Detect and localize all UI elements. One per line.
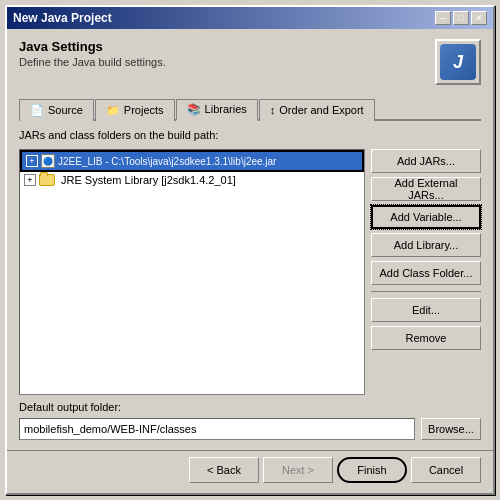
output-section: Default output folder: Browse... [19, 401, 481, 440]
tab-projects-label: Projects [124, 104, 164, 116]
java-logo-icon: J [440, 44, 476, 80]
tree-item-jre-label: JRE System Library [j2sdk1.4.2_01] [61, 174, 236, 186]
tree-item-jre: + JRE System Library [j2sdk1.4.2_01] [24, 174, 236, 186]
tab-source[interactable]: 📄 Source [19, 99, 94, 121]
header-section: Java Settings Define the Java build sett… [19, 39, 481, 85]
browse-button[interactable]: Browse... [421, 418, 481, 440]
new-java-project-dialog: New Java Project ─ □ ✕ Java Settings Def… [5, 5, 495, 495]
button-separator [371, 291, 481, 292]
tab-libraries[interactable]: 📚 Libraries [176, 99, 258, 121]
build-path-tree[interactable]: + 🔵 J2EE_LIB - C:\Tools\java\j2sdkee1.3.… [19, 149, 365, 395]
tree-item-j2ee-label: J2EE_LIB - C:\Tools\java\j2sdkee1.3.1\li… [58, 156, 276, 167]
order-export-tab-icon: ↕ [270, 104, 276, 116]
tabs-container: 📄 Source 📁 Projects 📚 Libraries ↕ Order … [19, 97, 481, 121]
output-label: Default output folder: [19, 401, 481, 413]
dialog-footer: < Back Next > Finish Cancel [7, 450, 493, 493]
tab-libraries-label: Libraries [205, 103, 247, 115]
add-library-button[interactable]: Add Library... [371, 233, 481, 257]
maximize-button[interactable]: □ [453, 11, 469, 25]
add-external-jars-button[interactable]: Add External JARs... [371, 177, 481, 201]
header-title: Java Settings [19, 39, 166, 54]
dialog-title: New Java Project [13, 11, 112, 25]
edit-button[interactable]: Edit... [371, 298, 481, 322]
cancel-button[interactable]: Cancel [411, 457, 481, 483]
tab-order-export[interactable]: ↕ Order and Export [259, 99, 375, 121]
dialog-body: Java Settings Define the Java build sett… [7, 29, 493, 448]
output-folder-input[interactable] [19, 418, 415, 440]
title-bar: New Java Project ─ □ ✕ [7, 7, 493, 29]
add-jars-button[interactable]: Add JARs... [371, 149, 481, 173]
tree-toggle-j2ee[interactable]: + [26, 155, 38, 167]
tree-item-j2ee: + 🔵 J2EE_LIB - C:\Tools\java\j2sdkee1.3.… [26, 154, 276, 168]
projects-tab-icon: 📁 [106, 104, 120, 117]
content-area: JARs and class folders on the build path… [19, 129, 481, 440]
libraries-tab-icon: 📚 [187, 103, 201, 116]
output-row: Browse... [19, 418, 481, 440]
add-class-folder-button[interactable]: Add Class Folder... [371, 261, 481, 285]
source-tab-icon: 📄 [30, 104, 44, 117]
finish-button[interactable]: Finish [337, 457, 407, 483]
tree-row[interactable]: + 🔵 J2EE_LIB - C:\Tools\java\j2sdkee1.3.… [20, 150, 364, 172]
folder-icon [39, 174, 55, 186]
tree-toggle-jre[interactable]: + [24, 174, 36, 186]
button-panel: Add JARs... Add External JARs... Add Var… [371, 149, 481, 395]
back-button[interactable]: < Back [189, 457, 259, 483]
header-icon: J [435, 39, 481, 85]
next-button[interactable]: Next > [263, 457, 333, 483]
remove-button[interactable]: Remove [371, 326, 481, 350]
title-bar-buttons: ─ □ ✕ [435, 11, 487, 25]
add-variable-button[interactable]: Add Variable... [371, 205, 481, 229]
tab-projects[interactable]: 📁 Projects [95, 99, 175, 121]
tab-source-label: Source [48, 104, 83, 116]
close-button[interactable]: ✕ [471, 11, 487, 25]
minimize-button[interactable]: ─ [435, 11, 451, 25]
jar-icon: 🔵 [41, 154, 55, 168]
header-text: Java Settings Define the Java build sett… [19, 39, 166, 68]
section-label: JARs and class folders on the build path… [19, 129, 481, 141]
main-panel: + 🔵 J2EE_LIB - C:\Tools\java\j2sdkee1.3.… [19, 149, 481, 395]
header-subtitle: Define the Java build settings. [19, 56, 166, 68]
tree-row[interactable]: + JRE System Library [j2sdk1.4.2_01] [20, 172, 364, 188]
tab-order-export-label: Order and Export [279, 104, 363, 116]
